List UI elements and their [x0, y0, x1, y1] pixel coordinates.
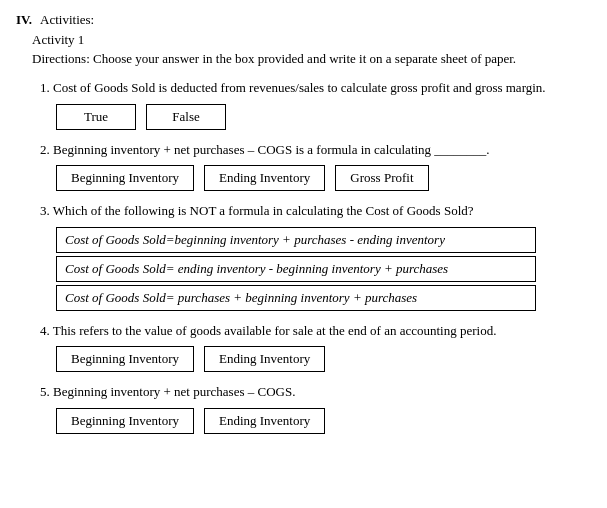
section-title: Activities: — [40, 12, 94, 28]
q4-answer-beginning[interactable]: Beginning Inventory — [56, 346, 194, 372]
q4-answer-ending[interactable]: Ending Inventory — [204, 346, 325, 372]
q3-number: 3. — [40, 203, 50, 218]
roman-numeral: IV. — [16, 12, 32, 28]
q2-answer-ending[interactable]: Ending Inventory — [204, 165, 325, 191]
q3-options: Cost of Goods Sold=beginning inventory +… — [56, 227, 536, 311]
q1-answer-false[interactable]: False — [146, 104, 226, 130]
q5-number: 5. — [40, 384, 50, 399]
question-5: 5. Beginning inventory + net purchases –… — [40, 382, 591, 434]
q4-answers: Beginning Inventory Ending Inventory — [56, 346, 591, 372]
q4-text: This refers to the value of goods availa… — [53, 323, 497, 338]
directions-text: Directions: Choose your answer in the bo… — [32, 50, 591, 68]
q1-answer-true[interactable]: True — [56, 104, 136, 130]
q1-number: 1. — [40, 80, 50, 95]
q2-number: 2. — [40, 142, 50, 157]
question-3: 3. Which of the following is NOT a formu… — [40, 201, 591, 311]
questions-container: 1. Cost of Goods Sold is deducted from r… — [40, 78, 591, 434]
question-5-text: 5. Beginning inventory + net purchases –… — [40, 382, 591, 402]
q2-answers: Beginning Inventory Ending Inventory Gro… — [56, 165, 591, 191]
question-2: 2. Beginning inventory + net purchases –… — [40, 140, 591, 192]
activity-label: Activity 1 — [32, 32, 591, 48]
q5-answers: Beginning Inventory Ending Inventory — [56, 408, 591, 434]
question-1-text: 1. Cost of Goods Sold is deducted from r… — [40, 78, 591, 98]
q2-answer-beginning[interactable]: Beginning Inventory — [56, 165, 194, 191]
q3-text: Which of the following is NOT a formula … — [53, 203, 474, 218]
question-4: 4. This refers to the value of goods ava… — [40, 321, 591, 373]
q3-option-3[interactable]: Cost of Goods Sold= purchases + beginnin… — [56, 285, 536, 311]
q4-number: 4. — [40, 323, 50, 338]
q1-answers: True False — [56, 104, 591, 130]
question-4-text: 4. This refers to the value of goods ava… — [40, 321, 591, 341]
q5-answer-ending[interactable]: Ending Inventory — [204, 408, 325, 434]
q1-text: Cost of Goods Sold is deducted from reve… — [53, 80, 546, 95]
q3-option-1[interactable]: Cost of Goods Sold=beginning inventory +… — [56, 227, 536, 253]
q3-option-2[interactable]: Cost of Goods Sold= ending inventory - b… — [56, 256, 536, 282]
q5-text: Beginning inventory + net purchases – CO… — [53, 384, 295, 399]
q2-answer-gross[interactable]: Gross Profit — [335, 165, 428, 191]
question-3-text: 3. Which of the following is NOT a formu… — [40, 201, 591, 221]
q5-answer-beginning[interactable]: Beginning Inventory — [56, 408, 194, 434]
q2-text: Beginning inventory + net purchases – CO… — [53, 142, 490, 157]
question-2-text: 2. Beginning inventory + net purchases –… — [40, 140, 591, 160]
question-1: 1. Cost of Goods Sold is deducted from r… — [40, 78, 591, 130]
